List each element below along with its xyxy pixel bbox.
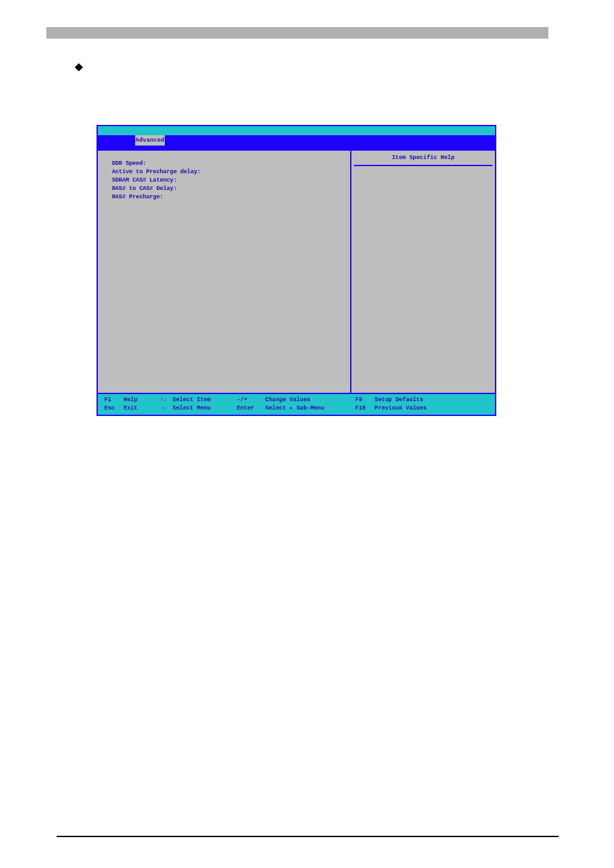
label-setup-defaults: Setup Defaults <box>375 396 445 404</box>
top-gray-bar <box>46 27 548 39</box>
label-change-values: Change Values <box>265 396 355 404</box>
tab-advanced[interactable]: Advanced <box>135 135 165 146</box>
arrows-up-down-icon: ↑↓ <box>154 396 172 404</box>
key-f10: F10 <box>355 404 375 413</box>
setting-ras-precharge[interactable]: RAS# Precharge: <box>112 193 341 202</box>
bios-header-bar <box>98 126 495 135</box>
help-title: Item Specific Help <box>354 151 492 166</box>
setting-active-to-precharge[interactable]: Active to Precharge delay: <box>112 168 341 176</box>
bios-tabbar: Advanced <box>98 135 495 149</box>
setting-sdram-cas-latency[interactable]: SDRAM CAS# Latency: <box>112 176 341 185</box>
key-f1: F1 <box>104 396 124 404</box>
diamond-bullet-icon <box>75 63 83 71</box>
label-select-menu: Select Menu <box>172 404 237 413</box>
arrows-left-right-icon: ↔ <box>154 404 172 413</box>
label-previous-values: Previous Values <box>375 404 445 413</box>
label-help: Help <box>124 396 154 404</box>
bios-help-panel: Item Specific Help <box>351 149 495 393</box>
setting-ddr-speed[interactable]: DDR Speed: <box>112 160 341 168</box>
bios-window: Advanced DDR Speed: Active to Precharge … <box>97 125 496 416</box>
footer-row-2: Esc Exit ↔ Select Menu Enter Select ▸ Su… <box>104 404 488 413</box>
footer-row-1: F1 Help ↑↓ Select Item -/+ Change Values… <box>104 396 488 404</box>
label-exit: Exit <box>124 404 154 413</box>
bios-body: DDR Speed: Active to Precharge delay: SD… <box>98 149 495 393</box>
key-esc: Esc <box>104 404 124 413</box>
bios-footer: F1 Help ↑↓ Select Item -/+ Change Values… <box>98 393 495 415</box>
bios-main-panel: DDR Speed: Active to Precharge delay: SD… <box>98 149 351 393</box>
label-select-item: Select Item <box>172 396 237 404</box>
key-f9: F9 <box>355 396 375 404</box>
setting-ras-to-cas-delay[interactable]: RAS# to CAS# Delay: <box>112 185 341 193</box>
label-select-submenu: Select ▸ Sub-Menu <box>265 404 355 413</box>
bottom-rule <box>57 836 559 837</box>
key-enter: Enter <box>237 404 265 413</box>
key-minus-plus: -/+ <box>237 396 265 404</box>
